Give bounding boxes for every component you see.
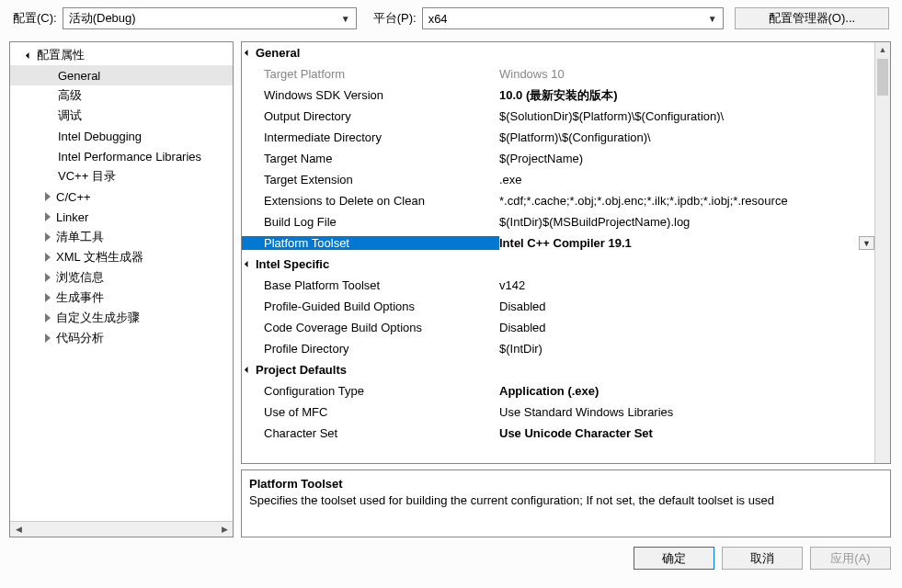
- expander-open-icon: [26, 51, 32, 58]
- scroll-left-icon[interactable]: ◀: [12, 525, 25, 534]
- property-row[interactable]: Target PlatformWindows 10: [242, 63, 874, 85]
- dialog-footer: 确定 取消 应用(A): [0, 537, 902, 570]
- expander-closed-icon: [45, 212, 51, 221]
- property-value[interactable]: 10.0 (最新安装的版本): [499, 87, 874, 104]
- property-value[interactable]: Windows 10: [499, 67, 874, 81]
- property-value[interactable]: Disabled: [499, 321, 874, 334]
- scroll-up-icon[interactable]: ▲: [875, 42, 890, 57]
- tree-root-label: 配置属性: [37, 47, 85, 63]
- property-row[interactable]: Code Coverage Build OptionsDisabled: [242, 317, 874, 338]
- platform-combo[interactable]: x64 ▼: [422, 7, 724, 29]
- description-title: Platform Toolset: [249, 476, 883, 492]
- property-value[interactable]: .exe: [499, 173, 874, 187]
- apply-button[interactable]: 应用(A): [810, 547, 891, 570]
- property-row[interactable]: Output Directory$(SolutionDir)$(Platform…: [242, 106, 874, 127]
- property-row[interactable]: Extensions to Delete on Clean*.cdf;*.cac…: [242, 190, 874, 211]
- property-name: Target Name: [242, 152, 499, 165]
- tree-item[interactable]: Intel Debugging: [10, 126, 233, 146]
- config-value: 活动(Debug): [69, 10, 136, 27]
- property-name: Profile-Guided Build Options: [242, 300, 499, 313]
- scroll-right-icon[interactable]: ▶: [218, 525, 231, 534]
- property-row[interactable]: Character SetUse Unicode Character Set: [242, 423, 874, 444]
- dropdown-button[interactable]: ▼: [859, 236, 874, 250]
- tree-item[interactable]: 生成事件: [10, 288, 233, 308]
- section-header[interactable]: General: [242, 42, 874, 63]
- config-combo[interactable]: 活动(Debug) ▼: [63, 7, 357, 29]
- property-name: Intermediate Directory: [242, 130, 499, 144]
- property-value[interactable]: $(IntDir): [499, 342, 874, 356]
- tree-item-label: 浏览信息: [56, 269, 104, 286]
- expander-open-icon: [245, 367, 251, 373]
- expander-closed-icon: [45, 334, 51, 343]
- property-name: Extensions to Delete on Clean: [242, 194, 499, 208]
- property-value[interactable]: Application (.exe): [499, 384, 874, 398]
- expander-closed-icon: [45, 293, 51, 302]
- tree-item[interactable]: 调试: [10, 106, 233, 126]
- section-header[interactable]: Project Defaults: [242, 359, 874, 380]
- property-value[interactable]: $(SolutionDir)$(Platform)\$(Configuratio…: [499, 109, 874, 123]
- property-value[interactable]: Disabled: [499, 300, 874, 313]
- cancel-button[interactable]: 取消: [722, 547, 803, 570]
- property-value[interactable]: v142: [499, 278, 874, 292]
- tree-item[interactable]: 高级: [10, 85, 233, 106]
- tree-item-label: Linker: [56, 210, 88, 224]
- description-text: Specifies the toolset used for building …: [249, 492, 883, 509]
- ok-button[interactable]: 确定: [634, 547, 714, 570]
- property-name: Output Directory: [242, 109, 499, 123]
- grid-vscroll[interactable]: ▲: [874, 42, 890, 463]
- property-value[interactable]: $(IntDir)$(MSBuildProjectName).log: [499, 215, 874, 229]
- expander-closed-icon: [45, 273, 51, 282]
- property-row[interactable]: Profile-Guided Build OptionsDisabled: [242, 296, 874, 317]
- property-value[interactable]: Use Standard Windows Libraries: [499, 405, 874, 419]
- property-value[interactable]: Intel C++ Compiler 19.1▼: [499, 236, 874, 250]
- property-row[interactable]: Profile Directory$(IntDir): [242, 338, 874, 359]
- property-value[interactable]: *.cdf;*.cache;*.obj;*.obj.enc;*.ilk;*.ip…: [499, 194, 874, 208]
- tree-root[interactable]: 配置属性: [10, 45, 233, 65]
- property-row[interactable]: Windows SDK Version10.0 (最新安装的版本): [242, 85, 874, 106]
- property-row[interactable]: Build Log File$(IntDir)$(MSBuildProjectN…: [242, 211, 874, 232]
- property-row[interactable]: Intermediate Directory$(Platform)\$(Conf…: [242, 127, 874, 148]
- tree-item[interactable]: 代码分析: [10, 328, 233, 348]
- config-manager-button[interactable]: 配置管理器(O)...: [735, 7, 889, 29]
- property-row[interactable]: Use of MFCUse Standard Windows Libraries: [242, 401, 874, 423]
- expander-closed-icon: [45, 192, 51, 201]
- tree-item[interactable]: General: [10, 65, 233, 85]
- tree-item-label: C/C++: [56, 190, 91, 204]
- property-value[interactable]: Use Unicode Character Set: [499, 426, 874, 440]
- property-name: Code Coverage Build Options: [242, 321, 499, 334]
- chevron-down-icon: ▼: [341, 14, 350, 24]
- tree-item[interactable]: 清单工具: [10, 227, 233, 247]
- property-value[interactable]: $(ProjectName): [499, 152, 874, 165]
- property-row[interactable]: Platform ToolsetIntel C++ Compiler 19.1▼: [242, 232, 874, 254]
- property-value[interactable]: $(Platform)\$(Configuration)\: [499, 130, 874, 144]
- tree-item-label: XML 文档生成器: [56, 249, 143, 266]
- tree-item[interactable]: C/C++: [10, 187, 233, 207]
- tree-body: 配置属性 General高级调试Intel DebuggingIntel Per…: [10, 42, 233, 521]
- tree-item[interactable]: 浏览信息: [10, 267, 233, 288]
- chevron-down-icon: ▼: [862, 239, 871, 248]
- tree-item[interactable]: XML 文档生成器: [10, 247, 233, 267]
- tree-item[interactable]: VC++ 目录: [10, 166, 233, 187]
- description-box: Platform Toolset Specifies the toolset u…: [241, 469, 891, 537]
- config-label: 配置(C):: [13, 10, 57, 27]
- section-title: Project Defaults: [256, 363, 347, 377]
- property-row[interactable]: Target Extension.exe: [242, 169, 874, 190]
- sidebar-hscroll[interactable]: ◀ ▶: [10, 521, 233, 537]
- tree-item-label: General: [58, 69, 100, 83]
- section-header[interactable]: Intel Specific: [242, 254, 874, 275]
- tree-item[interactable]: 自定义生成步骤: [10, 308, 233, 328]
- property-name: Target Platform: [242, 67, 499, 81]
- scroll-thumb[interactable]: [877, 59, 888, 96]
- tree-item-label: 生成事件: [56, 289, 104, 306]
- property-row[interactable]: Target Name$(ProjectName): [242, 148, 874, 169]
- tree-item[interactable]: Linker: [10, 207, 233, 227]
- expander-open-icon: [245, 50, 251, 56]
- expander-closed-icon: [45, 253, 51, 262]
- property-row[interactable]: Base Platform Toolsetv142: [242, 275, 874, 296]
- property-row[interactable]: Configuration TypeApplication (.exe): [242, 380, 874, 401]
- expander-closed-icon: [45, 313, 51, 322]
- tree-item[interactable]: Intel Performance Libraries: [10, 146, 233, 166]
- nav-tree: 配置属性 General高级调试Intel DebuggingIntel Per…: [9, 41, 234, 537]
- tree-item-label: 清单工具: [56, 229, 104, 245]
- tree-item-label: 高级: [58, 87, 82, 104]
